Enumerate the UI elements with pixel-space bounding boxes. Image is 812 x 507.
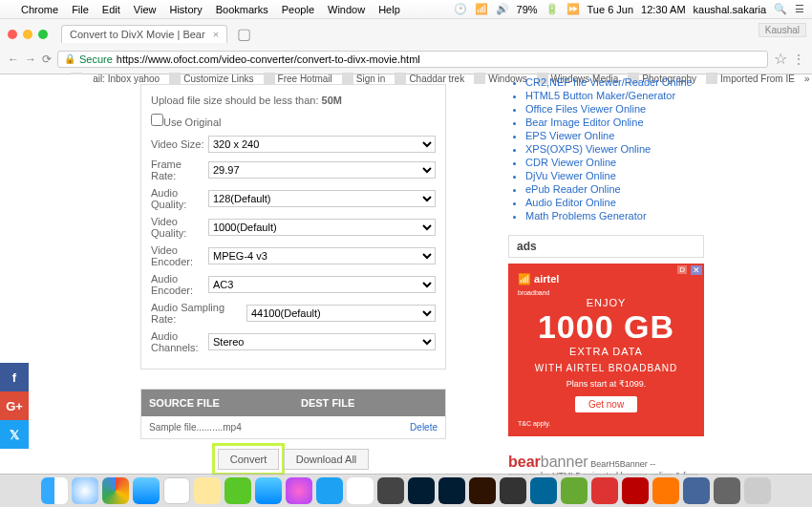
teamviewer-icon[interactable] bbox=[591, 477, 618, 504]
video-size-select[interactable]: 320 x 240 bbox=[208, 136, 436, 153]
safari-icon[interactable] bbox=[72, 477, 98, 504]
sidebar-link[interactable]: Audio Editor Online bbox=[525, 197, 704, 208]
menu-file[interactable]: File bbox=[72, 4, 89, 15]
skype-icon[interactable] bbox=[530, 477, 557, 504]
menubar-date: Tue 6 Jun bbox=[588, 4, 634, 15]
bear-banner[interactable]: bearbanner BearH5Banner -- easy make HTM… bbox=[508, 454, 704, 475]
sidebar-link[interactable]: HTML5 Button Maker/Generator bbox=[525, 90, 704, 101]
browser-tab[interactable]: Convert to DivX Movie | Bear × bbox=[61, 25, 227, 43]
sidebar-link[interactable]: EPS Viewer Online bbox=[525, 130, 704, 141]
sidebar-link[interactable]: Math Problems Generator bbox=[525, 210, 704, 222]
sidebar-link[interactable]: Bear Image Editor Online bbox=[525, 116, 704, 128]
twitter-share[interactable]: 𝕏 bbox=[0, 420, 29, 449]
utorrent-icon[interactable] bbox=[561, 477, 588, 504]
table-row[interactable]: Sample file..........mp4 Delete bbox=[141, 416, 445, 438]
menu-help[interactable]: Help bbox=[378, 4, 400, 15]
filezilla-icon[interactable] bbox=[622, 477, 649, 504]
upload-note: Upload file size should be less than: 50… bbox=[151, 95, 436, 106]
ad-banner[interactable]: D ✕ 📶 airtelbroadband ENJOY 1000 GB EXTR… bbox=[508, 264, 704, 436]
terminal-icon[interactable] bbox=[500, 477, 526, 504]
app-icon[interactable] bbox=[377, 477, 404, 504]
bookmark-item[interactable]: Imported From IE bbox=[706, 73, 795, 84]
audio-channels-select[interactable]: Stereo bbox=[208, 333, 436, 350]
chrome-icon[interactable] bbox=[102, 477, 129, 504]
sidebar-link[interactable]: Office Files Viewer Online bbox=[525, 103, 704, 115]
photoshop-icon[interactable] bbox=[438, 477, 465, 504]
close-tab-icon[interactable]: × bbox=[213, 29, 219, 40]
sampling-rate-select[interactable]: 44100(Default) bbox=[246, 305, 436, 322]
ad-with: WITH AIRTEL BROADBAND bbox=[518, 363, 694, 373]
sidebar-link[interactable]: XPS(OXPS) Viewer Online bbox=[525, 143, 704, 155]
convert-button[interactable]: Convert bbox=[218, 449, 280, 470]
frame-rate-select[interactable]: 29.97 bbox=[208, 161, 436, 179]
menu-icon[interactable]: ☰ bbox=[795, 3, 804, 15]
menu-view[interactable]: View bbox=[134, 4, 157, 15]
audio-quality-select[interactable]: 128(Default) bbox=[208, 190, 436, 207]
address-bar[interactable]: 🔒 Secure https://www.ofoct.com/video-con… bbox=[57, 51, 768, 68]
video-encoder-select[interactable]: MPEG-4 v3 bbox=[208, 247, 436, 264]
download-all-button[interactable]: Download All bbox=[284, 449, 370, 470]
menu-window[interactable]: Window bbox=[328, 4, 365, 15]
forward-button[interactable]: → bbox=[25, 53, 36, 66]
ad-headline: 1000 GB bbox=[518, 308, 694, 346]
use-original-checkbox[interactable] bbox=[151, 114, 163, 126]
wifi-icon[interactable]: 📶 bbox=[475, 3, 488, 15]
ad-cta-button[interactable]: Get now bbox=[575, 396, 637, 412]
vlc-icon[interactable] bbox=[652, 477, 679, 504]
chrome-profile[interactable]: Kaushal bbox=[759, 23, 806, 37]
menu-history[interactable]: History bbox=[169, 4, 202, 15]
calendar-icon[interactable] bbox=[163, 477, 190, 504]
sidebar-link[interactable]: CR2,NEF file Viewer/Reader Online bbox=[525, 76, 704, 88]
video-quality-select[interactable]: 1000(Default) bbox=[208, 219, 436, 236]
ad-extra: EXTRA DATA bbox=[518, 346, 694, 357]
sidebar-link[interactable]: DjVu Viewer Online bbox=[525, 170, 704, 181]
other-bookmarks[interactable]: » 📁 Other Bookmarks bbox=[804, 74, 812, 84]
battery-icon[interactable]: 🔋 bbox=[545, 3, 559, 15]
audio-channels-label: Audio Channels: bbox=[151, 330, 208, 353]
twitter-icon[interactable] bbox=[316, 477, 343, 504]
app-menu[interactable]: Chrome bbox=[21, 4, 58, 15]
volume-icon[interactable]: 🔊 bbox=[496, 3, 509, 15]
maximize-window[interactable] bbox=[38, 30, 48, 39]
illustrator-icon[interactable] bbox=[469, 477, 496, 504]
photos-icon[interactable] bbox=[347, 477, 374, 504]
delete-link[interactable]: Delete bbox=[410, 422, 438, 433]
actions-row: Convert Download All bbox=[140, 449, 446, 470]
secure-label: Secure bbox=[79, 53, 113, 65]
menu-bookmarks[interactable]: Bookmarks bbox=[216, 4, 268, 15]
trash-icon[interactable] bbox=[744, 477, 771, 504]
reload-button[interactable]: ⟳ bbox=[42, 53, 52, 66]
ad-close-icon[interactable]: ✕ bbox=[691, 265, 702, 275]
frame-rate-label: Frame Rate: bbox=[151, 158, 208, 181]
fastforward-icon[interactable]: ⏩ bbox=[566, 3, 580, 15]
googleplus-share[interactable]: G+ bbox=[0, 391, 29, 420]
lightroom-icon[interactable] bbox=[408, 477, 435, 504]
minimize-window[interactable] bbox=[23, 30, 32, 39]
messages-icon[interactable] bbox=[224, 477, 251, 504]
url-bar: ← → ⟳ 🔒 Secure https://www.ofoct.com/vid… bbox=[0, 47, 812, 71]
chrome-menu-icon[interactable]: ⋮ bbox=[793, 53, 804, 66]
downloads-icon[interactable] bbox=[714, 477, 740, 504]
search-icon[interactable]: 🔍 bbox=[774, 3, 787, 15]
itunes-icon[interactable] bbox=[286, 477, 312, 504]
menu-people[interactable]: People bbox=[282, 4, 314, 15]
close-window[interactable] bbox=[8, 30, 17, 39]
word-icon[interactable] bbox=[683, 477, 710, 504]
mail-icon[interactable] bbox=[133, 477, 160, 504]
back-button[interactable]: ← bbox=[8, 53, 19, 66]
new-tab-button[interactable]: ▢ bbox=[237, 25, 251, 43]
bluetooth-icon[interactable]: 🕑 bbox=[454, 3, 467, 15]
ad-info-icon[interactable]: D bbox=[677, 265, 687, 274]
finder-icon[interactable] bbox=[41, 477, 68, 504]
ad-enjoy: ENJOY bbox=[518, 297, 694, 308]
sidebar-link[interactable]: CDR Viewer Online bbox=[525, 157, 704, 168]
menu-edit[interactable]: Edit bbox=[102, 4, 120, 15]
facebook-share[interactable]: f bbox=[0, 363, 29, 391]
audio-encoder-select[interactable]: AC3 bbox=[208, 276, 436, 293]
source-filename: Sample file..........mp4 bbox=[149, 422, 410, 433]
bookmark-star-icon[interactable]: ☆ bbox=[774, 50, 787, 68]
sidebar: CR2,NEF file Viewer/Reader Online HTML5 … bbox=[503, 74, 704, 475]
appstore-icon[interactable] bbox=[255, 477, 282, 504]
notes-icon[interactable] bbox=[194, 477, 221, 504]
sidebar-link[interactable]: ePub Reader Online bbox=[525, 183, 704, 195]
